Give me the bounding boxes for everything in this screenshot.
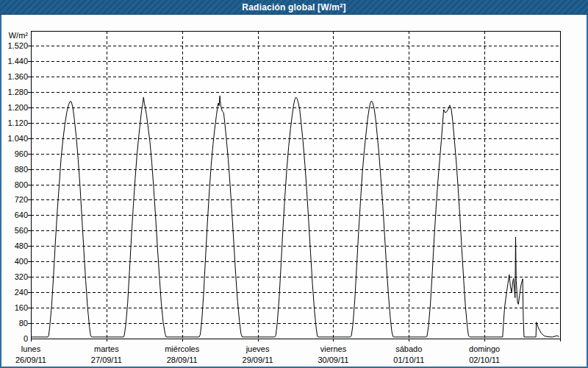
day-date-label: 28/09/11 [167, 355, 198, 364]
y-tick-label: 1.120 [7, 118, 28, 127]
day-date-label: 01/10/11 [393, 355, 424, 364]
y-tick-label: 160 [15, 303, 28, 312]
y-axis-unit-label: W/m² [9, 31, 29, 40]
day-date-label: 30/09/11 [318, 355, 348, 364]
day-date-label: 26/09/11 [15, 355, 46, 364]
y-tick-label: 400 [15, 257, 28, 266]
day-name-label: sábado [395, 344, 422, 353]
radiation-chart: 1.5201.4401.3601.2801.2001.1201.04096088… [1, 0, 588, 368]
radiation-chart-window: Radiación global [W/m²] 1.5201.4401.3601… [0, 0, 588, 368]
y-tick-label: 880 [15, 165, 28, 174]
day-date-label: 29/09/11 [243, 355, 273, 364]
day-name-label: miércoles [165, 344, 200, 353]
day-name-label: jueves [245, 344, 270, 353]
y-tick-label: 1.440 [7, 57, 28, 66]
y-tick-label: 320 [15, 272, 28, 281]
y-tick-label: 640 [15, 210, 28, 219]
day-date-label: 27/09/11 [91, 355, 122, 364]
day-date-label: 02/10/11 [469, 355, 500, 364]
y-tick-label: 240 [15, 288, 28, 297]
y-tick-label: 0 [24, 334, 28, 343]
y-tick-label: 80 [19, 319, 28, 328]
y-tick-label: 560 [15, 226, 28, 235]
y-tick-label: 1.520 [7, 41, 28, 50]
y-tick-label: 1.280 [7, 88, 28, 96]
y-tick-label: 800 [15, 180, 28, 189]
day-name-label: viernes [320, 344, 347, 353]
day-name-label: domingo [469, 344, 500, 353]
day-name-label: lunes [21, 344, 41, 353]
y-tick-label: 1.360 [7, 72, 28, 81]
y-tick-label: 1.200 [7, 103, 28, 112]
y-tick-label: 1.040 [7, 134, 28, 143]
y-tick-label: 960 [15, 149, 28, 158]
y-tick-label: 720 [15, 195, 28, 204]
day-name-label: martes [94, 344, 119, 353]
y-tick-label: 480 [15, 241, 28, 250]
